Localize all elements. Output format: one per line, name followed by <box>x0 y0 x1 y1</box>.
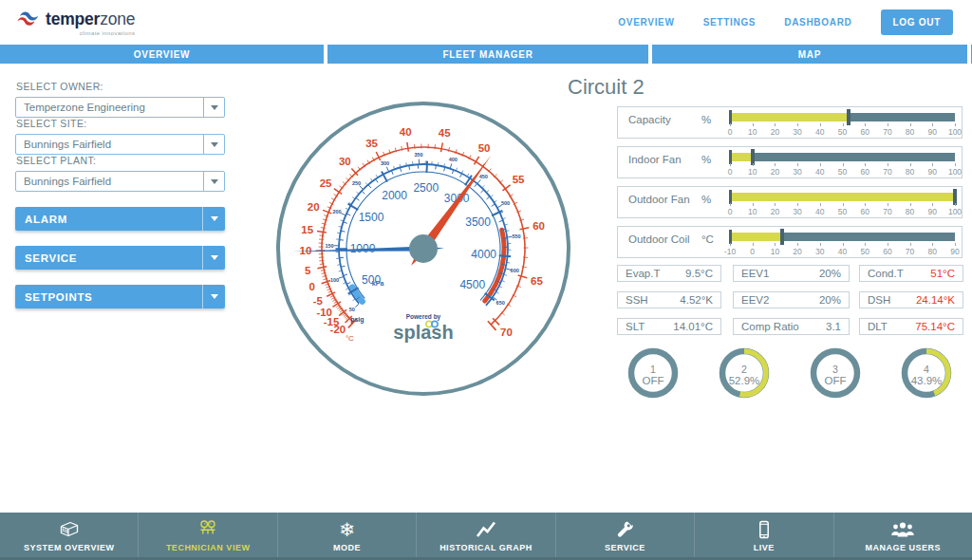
slider-tick <box>955 123 956 126</box>
nav-item-manage-users[interactable]: MANAGE USERS <box>834 513 972 557</box>
select-plant[interactable]: Bunnings Fairfield <box>15 171 225 192</box>
compressor-3-indicator: 3OFF <box>808 345 863 404</box>
slider-tick <box>910 203 911 206</box>
nav-item-label: SERVICE <box>605 543 645 552</box>
slider-track[interactable] <box>730 193 955 201</box>
slider-unit: % <box>701 114 711 125</box>
slider-tick-label: 60 <box>860 167 869 177</box>
slider-tick <box>730 163 731 166</box>
slider-tick-label: 70 <box>906 247 914 256</box>
select-label: SELECT PLANT: <box>16 155 225 167</box>
chevron-down-icon[interactable] <box>202 246 225 270</box>
panel-setpoints[interactable]: SETPOINTS <box>15 285 225 308</box>
caret-glyph <box>211 216 218 221</box>
slider-scale: 0102030405060708090100 <box>730 122 955 139</box>
nav-item-technician-view[interactable]: TECHNICIAN VIEW <box>139 513 277 557</box>
header-link-dashboard[interactable]: DASHBOARD <box>784 17 851 28</box>
reading-value: 24.14°K <box>916 294 955 306</box>
svg-text:1500: 1500 <box>359 211 384 224</box>
slider-tick-label: 100 <box>948 127 962 137</box>
nav-item-label: TECHNICIAN VIEW <box>166 543 251 552</box>
slider-tick <box>888 163 888 166</box>
slider-scale: 0102030405060708090100 <box>730 162 955 178</box>
nav-item-system-overview[interactable]: SYSTEM OVERVIEW <box>0 513 139 557</box>
slider-tick <box>775 163 776 166</box>
svg-text:-5: -5 <box>313 295 324 307</box>
rooftop-unit-icon <box>57 518 82 542</box>
slider-scale: 0102030405060708090100 <box>730 202 955 218</box>
slider-tick-label: 60 <box>860 127 869 137</box>
svg-text:2: 2 <box>741 364 747 375</box>
slider-tick-label: 90 <box>950 247 959 256</box>
slider-tick <box>843 203 844 206</box>
svg-text:Powered by: Powered by <box>406 313 441 321</box>
reading-value: 20% <box>819 268 841 279</box>
reading-eev1: EEV120% <box>733 265 850 282</box>
compressor-2-indicator: 252.9% <box>717 345 772 404</box>
logout-button[interactable]: LOG OUT <box>881 9 953 35</box>
svg-text:35: 35 <box>365 138 378 149</box>
nav-item-mode[interactable]: ❄MODE <box>278 513 417 557</box>
svg-text:4500: 4500 <box>459 278 485 291</box>
slider-track[interactable] <box>730 233 955 241</box>
svg-text:300: 300 <box>381 160 389 166</box>
reading-label: SSH <box>626 294 680 306</box>
select-label: SELECT SITE: <box>16 118 225 130</box>
header-link-overview[interactable]: OVERVIEW <box>618 17 674 28</box>
svg-text:0: 0 <box>308 281 314 292</box>
readings-row: SLT14.01°CComp Ratio3.1DLT75.14°C <box>617 318 963 335</box>
reading-label: Cond.T <box>868 268 930 279</box>
slider-unit: °C <box>701 233 714 245</box>
panel-service[interactable]: SERVICE <box>15 246 225 270</box>
tab-overview[interactable]: OVERVIEW <box>0 45 324 64</box>
chevron-down-icon[interactable] <box>203 135 224 154</box>
slider-tick <box>797 163 798 166</box>
circuit-title: Circuit 2 <box>568 75 645 100</box>
slider-track[interactable] <box>730 153 955 161</box>
temperzone-dashboard: temperzone climate innovations OVERVIEWS… <box>0 0 972 560</box>
slider-track[interactable] <box>730 113 955 121</box>
tab-map[interactable]: MAP <box>652 45 967 64</box>
slider-label: Outdoor Coil <box>628 233 690 245</box>
slider-tick <box>730 123 731 126</box>
tab-fleet-manager[interactable]: FLEET MANAGER <box>327 45 648 64</box>
svg-text:600: 600 <box>511 268 519 273</box>
chevron-down-icon[interactable] <box>203 172 224 191</box>
chevron-down-icon[interactable] <box>203 98 224 117</box>
svg-text:4000: 4000 <box>471 248 496 261</box>
svg-text:15: 15 <box>301 224 313 235</box>
reading-label: SLT <box>626 321 673 332</box>
slider-unit: % <box>701 194 711 205</box>
brand-tagline: climate innovations <box>46 30 135 36</box>
slider-tick <box>932 123 933 126</box>
reading-dlt: DLT75.14°C <box>859 318 963 335</box>
header-link-settings[interactable]: SETTINGS <box>703 17 757 28</box>
select-site[interactable]: Bunnings Fairfield <box>15 134 225 155</box>
slider-tick <box>797 123 798 126</box>
nav-item-live[interactable]: LIVE <box>695 513 833 557</box>
chevron-down-icon[interactable] <box>202 285 225 308</box>
slider-tick <box>865 243 866 246</box>
bottom-nav: SYSTEM OVERVIEWTECHNICIAN VIEW❄MODEHISTO… <box>0 513 972 560</box>
nav-item-service[interactable]: SERVICE <box>556 513 695 557</box>
tab-bar: OVERVIEWFLEET MANAGERMAP <box>0 45 972 64</box>
svg-text:650: 650 <box>496 300 505 306</box>
chevron-down-icon[interactable] <box>202 207 225 231</box>
slider-tick-label: 100 <box>948 207 962 216</box>
header-nav: OVERVIEWSETTINGSDASHBOARD <box>618 17 851 28</box>
slider-tick-label: 50 <box>838 127 847 137</box>
svg-text:3: 3 <box>832 364 838 375</box>
slider-tick-label: 60 <box>883 247 891 256</box>
panel-label: SETPOINTS <box>15 291 202 303</box>
slider-outdoor-fan: Outdoor Fan%0102030405060708090100 <box>617 186 963 218</box>
slider-tick-label: 50 <box>838 207 847 216</box>
panel-alarm[interactable]: ALARM <box>15 207 225 231</box>
slider-label: Capacity <box>628 114 671 125</box>
svg-text:50: 50 <box>478 142 491 154</box>
slider-tick-label: 40 <box>838 247 847 256</box>
sidebar: SELECT OWNER:Temperzone EngineeringSELEC… <box>15 81 225 308</box>
select-owner[interactable]: Temperzone Engineering <box>15 97 225 118</box>
nav-item-historical-graph[interactable]: HISTORICAL GRAPH <box>417 513 555 557</box>
slider-tick <box>753 163 754 166</box>
nav-item-label: HISTORICAL GRAPH <box>439 543 533 552</box>
